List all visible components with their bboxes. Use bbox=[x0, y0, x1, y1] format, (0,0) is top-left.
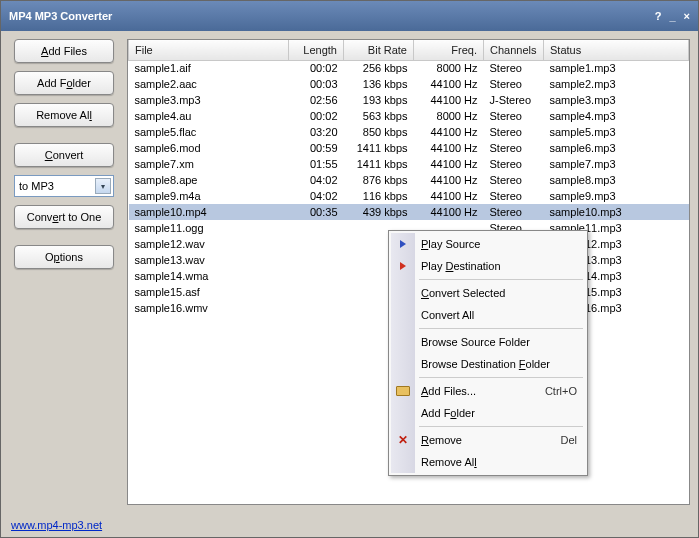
menu-browse-source[interactable]: Browse Source Folder bbox=[391, 331, 585, 353]
col-file[interactable]: File bbox=[129, 40, 289, 60]
website-link[interactable]: www.mp4-mp3.net bbox=[11, 519, 102, 531]
menu-convert-all[interactable]: Convert All bbox=[391, 304, 585, 326]
delete-icon: ✕ bbox=[395, 432, 411, 448]
titlebar: MP4 MP3 Converter ? _ × bbox=[1, 1, 698, 31]
table-row[interactable]: sample8.ape04:02876 kbps44100 HzStereosa… bbox=[129, 172, 689, 188]
menu-add-folder[interactable]: Add Folder bbox=[391, 402, 585, 424]
close-button[interactable]: × bbox=[684, 10, 690, 22]
col-length[interactable]: Length bbox=[289, 40, 344, 60]
table-row[interactable]: sample6.mod00:591411 kbps44100 HzStereos… bbox=[129, 140, 689, 156]
table-row[interactable]: sample9.m4a04:02116 kbps44100 HzStereosa… bbox=[129, 188, 689, 204]
menu-add-files[interactable]: Add Files...Ctrl+O bbox=[391, 380, 585, 402]
table-row[interactable]: sample5.flac03:20850 kbps44100 HzStereos… bbox=[129, 124, 689, 140]
context-menu: Play Source Play Destination Convert Sel… bbox=[388, 230, 588, 476]
col-status[interactable]: Status bbox=[544, 40, 689, 60]
column-headers[interactable]: File Length Bit Rate Freq. Channels Stat… bbox=[129, 40, 689, 60]
minimize-button[interactable]: _ bbox=[669, 10, 675, 22]
sidebar: Add Files Add Folder Remove All Convert … bbox=[9, 39, 119, 505]
menu-play-source[interactable]: Play Source bbox=[391, 233, 585, 255]
format-select[interactable]: to MP3▾ bbox=[14, 175, 114, 197]
convert-to-one-button[interactable]: Convert to One bbox=[14, 205, 114, 229]
menu-play-destination[interactable]: Play Destination bbox=[391, 255, 585, 277]
menu-browse-destination[interactable]: Browse Destination Folder bbox=[391, 353, 585, 375]
col-freq[interactable]: Freq. bbox=[414, 40, 484, 60]
table-row[interactable]: sample1.aif00:02256 kbps8000 HzStereosam… bbox=[129, 60, 689, 76]
col-bitrate[interactable]: Bit Rate bbox=[344, 40, 414, 60]
help-button[interactable]: ? bbox=[655, 10, 662, 22]
add-folder-button[interactable]: Add Folder bbox=[14, 71, 114, 95]
play-icon bbox=[395, 236, 411, 252]
col-channels[interactable]: Channels bbox=[484, 40, 544, 60]
options-button[interactable]: Options bbox=[14, 245, 114, 269]
table-row[interactable]: sample2.aac00:03136 kbps44100 HzStereosa… bbox=[129, 76, 689, 92]
table-row[interactable]: sample7.xm01:551411 kbps44100 HzStereosa… bbox=[129, 156, 689, 172]
chevron-down-icon: ▾ bbox=[95, 178, 111, 194]
add-files-button[interactable]: Add Files bbox=[14, 39, 114, 63]
file-list[interactable]: File Length Bit Rate Freq. Channels Stat… bbox=[127, 39, 690, 505]
table-row[interactable]: sample3.mp302:56193 kbps44100 HzJ-Stereo… bbox=[129, 92, 689, 108]
folder-open-icon bbox=[395, 383, 411, 399]
play-icon bbox=[395, 258, 411, 274]
remove-all-button[interactable]: Remove All bbox=[14, 103, 114, 127]
window-title: MP4 MP3 Converter bbox=[9, 10, 655, 22]
table-row[interactable]: sample10.mp400:35439 kbps44100 HzStereos… bbox=[129, 204, 689, 220]
menu-remove-all[interactable]: Remove All bbox=[391, 451, 585, 473]
menu-remove[interactable]: ✕RemoveDel bbox=[391, 429, 585, 451]
footer: www.mp4-mp3.net bbox=[1, 513, 698, 537]
menu-convert-selected[interactable]: Convert Selected bbox=[391, 282, 585, 304]
convert-button[interactable]: Convert bbox=[14, 143, 114, 167]
table-row[interactable]: sample4.au00:02563 kbps8000 HzStereosamp… bbox=[129, 108, 689, 124]
app-window: MP4 MP3 Converter ? _ × Add Files Add Fo… bbox=[0, 0, 699, 538]
